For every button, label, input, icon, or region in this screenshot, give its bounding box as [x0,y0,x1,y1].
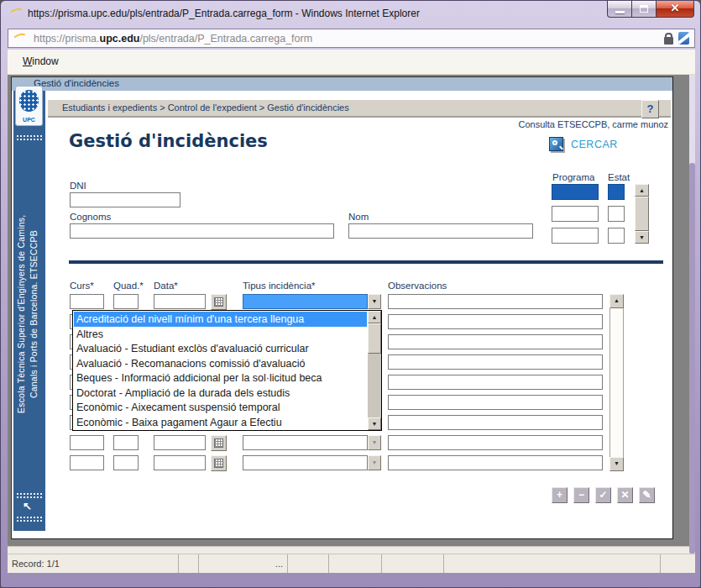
scroll-down-icon[interactable]: ▼ [635,231,649,244]
dropdown-option[interactable]: Avaluació - Recomanacions comissió d'ava… [74,356,367,371]
estat-field[interactable] [608,228,625,244]
menu-window[interactable]: Window [23,55,59,67]
calendar-button[interactable] [211,455,227,471]
curs-input[interactable] [70,294,104,309]
calendar-button[interactable] [211,294,227,310]
dropdown-option[interactable]: Beques - Informació addicional per la so… [74,370,367,386]
dni-input[interactable] [70,192,180,207]
x-icon: ✕ [620,489,629,501]
nom-input[interactable] [348,223,533,239]
tipus-combo-field[interactable] [243,294,368,309]
programa-field[interactable] [552,228,599,244]
status-ellipsis: ... [199,554,288,573]
tipus-combo[interactable]: ▼ [243,294,381,309]
dropdown-option[interactable]: Altres [74,327,367,342]
user-info: Consulta ETSECCPB, carme munoz [518,119,668,129]
window-title: https://prisma.upc.edu/pls/entrada/P_Ent… [28,1,420,26]
cancel-button[interactable]: ✕ [617,487,633,503]
data-input[interactable] [154,294,206,309]
tipus-combo-field[interactable] [243,435,368,450]
horizontal-scroll-strip[interactable] [8,546,689,554]
quad-input[interactable] [113,294,139,309]
confirm-button[interactable]: ✓ [595,487,611,503]
observacions-input[interactable] [388,314,603,329]
scroll-thumb[interactable] [368,323,381,354]
address-bar: https://prisma.upc.edu/pls/entrada/P_Ent… [1,26,701,50]
edit-button[interactable]: ✎ [639,487,655,503]
dropdown-option[interactable]: Econòmic - Aixecament suspensió temporal [74,400,367,415]
tipus-combo-field[interactable] [243,455,368,470]
menu-bar: Window [8,50,695,75]
minimize-icon [615,11,625,13]
observacions-input[interactable] [388,435,603,450]
observacions-input[interactable] [388,334,603,349]
plus-icon: + [557,489,562,501]
dni-label: DNI [70,181,86,191]
chevron-down-icon[interactable]: ▼ [368,294,381,309]
observacions-input[interactable] [388,395,603,410]
status-segment [288,554,329,573]
calendar-icon [214,297,223,307]
delete-record-button[interactable]: − [573,487,589,503]
address-input[interactable]: https://prisma.upc.edu/pls/entrada/P_Ent… [8,29,695,48]
scroll-thumb[interactable] [635,197,649,231]
observacions-input[interactable] [388,354,603,370]
scroll-thumb[interactable] [689,163,695,554]
dropdown-option[interactable]: Acreditació del nivell mínim d'una terce… [74,312,367,327]
record-actions: + − ✓ ✕ ✎ [552,487,655,503]
breadcrumb-bar: Estudiants i expedients > Control de l'e… [48,100,671,118]
student-scrollbar[interactable]: ▲ ▼ [635,184,649,244]
scroll-up-icon[interactable]: ▲ [609,294,624,308]
quad-input[interactable] [113,455,139,470]
quad-label: Quad.* [113,281,144,291]
scroll-up-icon[interactable]: ▲ [368,311,381,323]
incident-row: ▼ [12,435,674,451]
dropdown-scrollbar[interactable]: ▲ ▼ [368,311,381,430]
add-record-button[interactable]: + [552,487,568,503]
scroll-down-icon[interactable]: ▼ [609,457,624,471]
estat-field[interactable] [608,206,625,222]
check-icon: ✓ [599,489,607,501]
incident-row: ▼ [12,294,674,310]
minimize-button[interactable] [607,1,632,18]
maximize-button[interactable] [632,1,656,18]
data-input[interactable] [154,455,206,470]
maximize-icon [640,5,648,13]
programa-label: Programa [552,172,595,182]
chevron-down-icon[interactable]: ▼ [368,435,381,450]
curs-input[interactable] [70,435,104,450]
calendar-button[interactable] [211,435,227,451]
quad-input[interactable] [113,435,139,450]
tipus-combo[interactable]: ▼ [243,455,381,470]
dropdown-option[interactable]: Doctorat - Ampliació de la durada dels e… [74,386,367,401]
page-scrollbar[interactable] [689,75,695,554]
cercar-button[interactable]: CERCAR [549,137,650,154]
observacions-label: Observacions [388,281,447,291]
status-segment [382,554,444,573]
back-arrow-icon[interactable]: ↖ [23,500,32,512]
search-icon [549,137,563,151]
observacions-input[interactable] [388,455,603,470]
help-button[interactable]: ? [641,100,659,118]
tipus-combo[interactable]: ▼ [243,435,381,450]
dropdown-option[interactable]: Econòmic - Baixa pagament Agaur a Efecti… [74,415,367,430]
cognoms-input[interactable] [70,223,334,239]
status-bar: Record: 1/1 ... [8,554,695,573]
tipus-dropdown-list: Acreditació del nivell mínim d'una terce… [74,312,367,429]
observacions-input[interactable] [388,294,603,309]
chevron-down-icon[interactable]: ▼ [368,455,381,470]
scroll-down-icon[interactable]: ▼ [368,417,381,430]
close-button[interactable]: ✕ [656,1,694,18]
observacions-input[interactable] [388,415,603,430]
programa-field[interactable] [552,206,599,222]
estat-field[interactable] [608,184,625,200]
observacions-input[interactable] [388,375,603,390]
refresh-icon[interactable] [678,32,689,45]
scroll-up-icon[interactable]: ▲ [635,184,649,197]
curs-input[interactable] [70,455,104,470]
observacions-scrollbar[interactable]: ▲ ▼ [609,294,624,471]
programa-field[interactable] [552,184,599,200]
data-input[interactable] [154,435,206,450]
lock-icon [664,37,673,45]
dropdown-option[interactable]: Avaluació - Estudiant exclòs d'avaluació… [74,341,367,356]
